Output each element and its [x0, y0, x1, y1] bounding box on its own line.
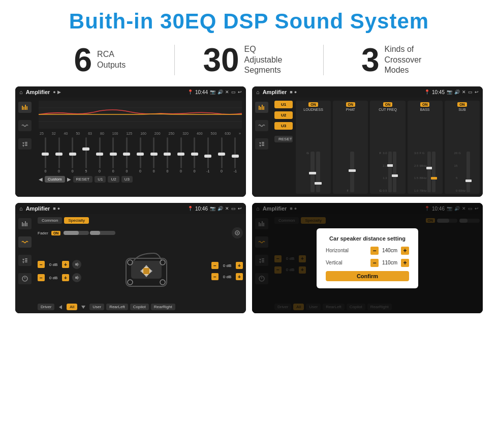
mixer-sidebar-icon-3[interactable] — [18, 255, 32, 266]
eq-sidebar-icon-3[interactable] — [18, 138, 32, 150]
mixer-sidebar-icon-1[interactable] — [18, 218, 32, 229]
bass-on[interactable]: ON — [420, 102, 430, 107]
eq-slider-13[interactable]: -1 — [202, 137, 214, 173]
dialog-title: Car speaker distance setting — [326, 235, 409, 242]
spk2-plus[interactable]: + — [62, 274, 69, 281]
spk2-minus[interactable]: − — [38, 274, 45, 281]
eq-slider-14[interactable]: 0 — [216, 137, 228, 173]
eq-label-630: 630 — [225, 132, 231, 135]
sub-on[interactable]: ON — [457, 102, 467, 107]
spk3-plus[interactable]: + — [236, 262, 243, 269]
phat-on[interactable]: ON — [346, 102, 356, 107]
eq-sidebar-icon-2[interactable] — [18, 120, 32, 131]
preset-u1[interactable]: U1 — [274, 101, 293, 108]
preset-u2[interactable]: U2 — [274, 111, 293, 119]
eq-u1-btn[interactable]: U1 — [95, 176, 106, 183]
confirm-button[interactable]: Confirm — [326, 271, 409, 281]
btn-driver[interactable]: Driver — [38, 304, 54, 310]
spk4-plus[interactable]: + — [236, 273, 243, 280]
eq-slider-12[interactable]: 0 — [189, 137, 200, 173]
btn-copilot[interactable]: Copilot — [130, 304, 149, 310]
tab-common[interactable]: Common — [38, 217, 62, 224]
svg-point-39 — [142, 267, 150, 275]
svg-rect-6 — [25, 142, 27, 143]
eq-expand-icon[interactable]: » — [239, 132, 241, 135]
mixer-sidebar-icon-4[interactable] — [18, 273, 32, 284]
eq-u3-btn[interactable]: U3 — [121, 176, 133, 183]
back-icon-3[interactable]: ↩ — [238, 206, 242, 211]
horizontal-minus-btn[interactable]: − — [370, 247, 379, 255]
crossover-reset-btn[interactable]: RESET — [274, 136, 293, 142]
btn-all[interactable]: All — [67, 304, 77, 310]
crossover-sidebar-icon-2[interactable] — [255, 120, 268, 131]
settings-circle-icon[interactable] — [232, 227, 243, 238]
location-icon-3: 📍 — [188, 206, 193, 211]
svg-rect-29 — [25, 260, 27, 261]
eq-next-btn[interactable]: ▶ — [67, 176, 71, 182]
svg-marker-27 — [22, 261, 24, 263]
minimize-icon[interactable]: ▭ — [231, 89, 236, 95]
eq-slider-4[interactable]: 5 — [80, 137, 92, 173]
eq-slider-3[interactable]: 0 — [67, 137, 78, 173]
eq-slider-6[interactable]: 0 — [107, 137, 119, 173]
svg-rect-7 — [25, 143, 27, 144]
eq-u2-btn[interactable]: U2 — [108, 176, 119, 183]
home-icon[interactable]: ⌂ — [19, 89, 23, 95]
home-icon-3[interactable]: ⌂ — [19, 205, 23, 212]
crossover-content: U1 U2 U3 RESET ON LOUDNESS G — [271, 98, 483, 197]
eq-app-title: Amplifier — [26, 89, 50, 95]
eq-slider-1[interactable]: 0 — [40, 137, 51, 173]
close-icon[interactable]: ✕ — [225, 89, 229, 95]
mixer-sidebar-icon-2[interactable] — [18, 236, 32, 248]
eq-sliders: 0 0 0 5 0 0 0 0 0 0 0 0 -1 0 -1 — [39, 137, 242, 173]
eq-screen: ⌂ Amplifier ●▶ 📍 10:44 📷 🔊 ✕ ▭ ↩ — [15, 86, 246, 197]
minimize-icon-2[interactable]: ▭ — [468, 89, 473, 95]
eq-prev-btn[interactable]: ◀ — [39, 176, 43, 182]
minimize-icon-3[interactable]: ▭ — [231, 206, 236, 211]
vertical-plus-btn[interactable]: + — [401, 259, 409, 267]
btn-rearright[interactable]: RearRight — [151, 304, 175, 310]
eq-sidebar-icon-1[interactable] — [18, 102, 32, 113]
close-icon-2[interactable]: ✕ — [462, 89, 466, 95]
cutfreq-on[interactable]: ON — [383, 102, 393, 107]
spk3-minus[interactable]: − — [211, 262, 219, 269]
eq-label-40: 40 — [64, 132, 68, 135]
tab-specialty[interactable]: Specialty — [64, 217, 88, 224]
back-icon[interactable]: ↩ — [238, 89, 242, 95]
dialog-vertical-row: Vertical − 110cm + — [326, 259, 409, 267]
svg-marker-49 — [81, 306, 85, 309]
eq-slider-15[interactable]: -1 — [229, 137, 241, 173]
eq-reset-btn[interactable]: RESET — [73, 176, 93, 183]
horizontal-value: 140cm — [381, 248, 399, 253]
horizontal-plus-btn[interactable]: + — [401, 247, 409, 255]
screenshots-grid: ⌂ Amplifier ●▶ 📍 10:44 📷 🔊 ✕ ▭ ↩ — [0, 83, 498, 323]
crossover-sidebar-icon-3[interactable] — [255, 138, 268, 150]
camera-icon-3: 📷 — [210, 206, 215, 211]
crossover-sidebar-icon-1[interactable] — [255, 102, 268, 113]
fader-bar-2[interactable] — [90, 231, 115, 235]
spk1-plus[interactable]: + — [62, 261, 69, 268]
fader-on-badge[interactable]: ON — [51, 231, 61, 235]
eq-slider-9[interactable]: 0 — [148, 137, 160, 173]
close-icon-3[interactable]: ✕ — [225, 206, 229, 211]
back-icon-2[interactable]: ↩ — [475, 89, 479, 95]
eq-slider-8[interactable]: 0 — [135, 137, 146, 173]
vertical-minus-btn[interactable]: − — [370, 259, 379, 267]
eq-slider-11[interactable]: 0 — [175, 137, 187, 173]
preset-u3[interactable]: U3 — [274, 122, 293, 130]
eq-slider-2[interactable]: 0 — [53, 137, 65, 173]
fader-label: Fader — [38, 231, 48, 235]
btn-user[interactable]: User — [89, 304, 104, 310]
fader-bar-1[interactable] — [64, 231, 89, 235]
btn-rearleft[interactable]: RearLeft — [106, 304, 128, 310]
svg-point-42 — [128, 280, 133, 285]
spk-row-3: − 0 dB + — [211, 262, 243, 269]
eq-preset-custom[interactable]: Custom — [45, 176, 65, 183]
eq-slider-7[interactable]: 0 — [121, 137, 133, 173]
spk1-minus[interactable]: − — [38, 261, 45, 268]
spk4-minus[interactable]: − — [211, 273, 219, 280]
eq-slider-5[interactable]: 0 — [94, 137, 106, 173]
eq-slider-10[interactable]: 0 — [162, 137, 173, 173]
home-icon-2[interactable]: ⌂ — [256, 89, 260, 95]
loudness-on[interactable]: ON — [308, 102, 318, 107]
